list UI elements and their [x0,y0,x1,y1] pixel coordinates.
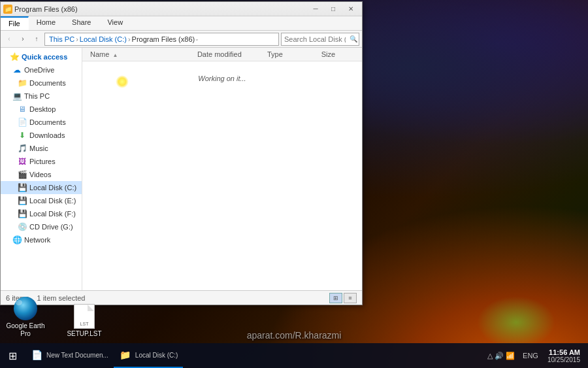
sidebar-item-cd-g[interactable]: 💿 CD Drive (G:) [1,220,82,233]
drive-e-icon: 💾 [18,196,27,205]
breadcrumb-sep1: › [76,35,78,43]
sidebar-item-documents[interactable]: 📄 Documents [1,116,82,129]
up-button[interactable]: ↑ [31,33,42,45]
sidebar-label-thispc: This PC [24,92,50,100]
start-button[interactable]: ⊞ [0,343,25,368]
address-bar: ‹ › ↑ This PC › Local Disk (C:) › Progra… [1,31,362,48]
sidebar-item-downloads[interactable]: ⬇ Downloads [1,129,82,142]
breadcrumb-current: Program Files (x86) [132,35,195,43]
taskbar-item-explorer[interactable]: 📁 Local Disk (C:) [114,343,184,368]
setup-lst-ext: LST [76,322,93,326]
breadcrumb-chevron: ⌄ [195,36,199,42]
sidebar-label-videos: Videos [29,171,51,178]
tray-arrow-icon[interactable]: △ [487,352,493,360]
sidebar-label-network: Network [24,236,50,244]
sidebar-item-local-f[interactable]: 💾 Local Disk (F:) [1,207,82,220]
cd-icon: 💿 [18,222,27,231]
sidebar-label-documents: Documents [29,118,66,126]
taskbar-item-new-text[interactable]: 📄 New Text Documen... [25,343,114,368]
sidebar-item-desktop[interactable]: 🖥 Desktop [1,103,82,116]
new-text-taskbar-icon: 📄 [30,348,43,361]
explorer-taskbar-label: Local Disk (C:) [135,352,178,359]
forward-button[interactable]: › [17,33,29,45]
maximize-button[interactable]: □ [325,3,342,16]
setup-lst-label: SETUP.LST [67,330,101,338]
sidebar-label-documents-qa: Documents [29,79,66,87]
music-icon: 🎵 [18,144,27,153]
documents-icon: 📄 [18,118,27,127]
tab-share[interactable]: Share [64,16,99,30]
clock[interactable]: 11:56 AM 10/25/2015 [544,348,584,363]
title-bar: 📁 Program Files (x86) ─ □ ✕ [1,2,362,16]
sidebar-item-network[interactable]: 🌐 Network [1,233,82,246]
col-header-size[interactable]: Size [319,49,357,59]
col-header-type[interactable]: Type [265,49,319,59]
breadcrumb-sep2: › [128,35,131,43]
breadcrumb-localc[interactable]: Local Disk (C:) [80,35,127,43]
thispc-icon: 💻 [12,92,22,101]
minimize-button[interactable]: ─ [307,3,324,16]
sidebar-item-quick-access[interactable]: ⭐ Quick access [1,50,82,63]
view-icon-btn[interactable]: ⊞ [329,293,342,303]
language-indicator[interactable]: ENG [520,352,541,360]
window-title: Program Files (x86) [14,5,78,13]
sidebar-label-local-c: Local Disk (C:) [29,184,76,192]
breadcrumb[interactable]: This PC › Local Disk (C:) › Program File… [44,33,279,46]
drive-f-icon: 💾 [18,209,27,218]
back-button[interactable]: ‹ [3,33,15,45]
sidebar-item-documents-qa[interactable]: 📁 Documents [1,76,82,90]
sidebar-label-quick-access: Quick access [22,53,67,61]
close-button[interactable]: ✕ [342,3,359,16]
sidebar: ⭐ Quick access ☁ OneDrive 📁 Documents 💻 … [1,48,82,290]
google-earth-icon-img [14,297,37,320]
working-text: Working on it... [198,75,246,82]
sidebar-item-onedrive[interactable]: ☁ OneDrive [1,63,82,76]
onedrive-icon: ☁ [12,65,22,75]
taskbar: ⊞ 📄 New Text Documen... 📁 Local Disk (C:… [0,343,588,368]
column-headers: Name ▲ Date modified Type Size [82,48,362,61]
sidebar-item-local-c[interactable]: 💾 Local Disk (C:) [1,181,82,194]
window-icon: 📁 [3,5,12,14]
sidebar-item-music[interactable]: 🎵 Music [1,142,82,155]
clock-time: 11:56 AM [547,348,580,356]
sidebar-label-local-e: Local Disk (E:) [29,197,76,205]
system-tray: △ 🔊 📶 [485,352,517,360]
sidebar-label-local-f: Local Disk (F:) [29,210,76,218]
sidebar-item-local-e[interactable]: 💾 Local Disk (E:) [1,194,82,207]
status-bar: 6 items 1 item selected ⊞ ≡ [1,290,362,305]
desktop-icon-setup-lst[interactable]: LST SETUP.LST [61,302,107,341]
clock-date: 10/25/2015 [547,356,580,363]
view-toggles: ⊞ ≡ [329,293,357,303]
sidebar-item-this-pc[interactable]: 💻 This PC [1,90,82,103]
taskbar-left: ⊞ 📄 New Text Documen... 📁 Local Disk (C:… [0,343,183,368]
tab-home[interactable]: Home [29,16,64,30]
explorer-taskbar-icon: 📁 [119,348,132,361]
search-input[interactable] [281,33,359,46]
star-icon: ⭐ [10,52,19,61]
sidebar-label-onedrive: OneDrive [24,66,54,74]
col-header-name[interactable]: Name ▲ [88,49,195,59]
view-list-btn[interactable]: ≡ [344,293,357,303]
videos-icon: 🎬 [18,170,27,179]
col-header-date[interactable]: Date modified [195,49,265,59]
tab-view[interactable]: View [99,16,131,30]
content-body: Working on it... [82,61,362,290]
tray-network-icon[interactable]: 📶 [506,352,515,360]
breadcrumb-thispc[interactable]: This PC [49,35,74,43]
tab-file[interactable]: File [1,16,29,30]
desktop: 📁 Program Files (x86) ─ □ ✕ File Home Sh… [0,0,588,368]
setup-lst-icon-img: LST [73,305,96,328]
sidebar-label-pictures: Pictures [29,158,56,165]
sidebar-item-pictures[interactable]: 🖼 Pictures [1,155,82,168]
explorer-window: 📁 Program Files (x86) ─ □ ✕ File Home Sh… [0,1,363,305]
new-text-taskbar-label: New Text Documen... [46,352,108,359]
downloads-icon: ⬇ [18,131,27,140]
pictures-icon: 🖼 [18,157,27,166]
ribbon-tabs: File Home Share View [1,16,362,31]
taskbar-right: △ 🔊 📶 ENG 11:56 AM 10/25/2015 [485,343,588,368]
title-controls: ─ □ ✕ [307,3,359,16]
desktop-icon-google-earth[interactable]: Google EarthPro [3,294,48,341]
tray-volume-icon[interactable]: 🔊 [495,352,504,360]
tent-glow [477,296,555,348]
sidebar-item-videos[interactable]: 🎬 Videos [1,168,82,181]
